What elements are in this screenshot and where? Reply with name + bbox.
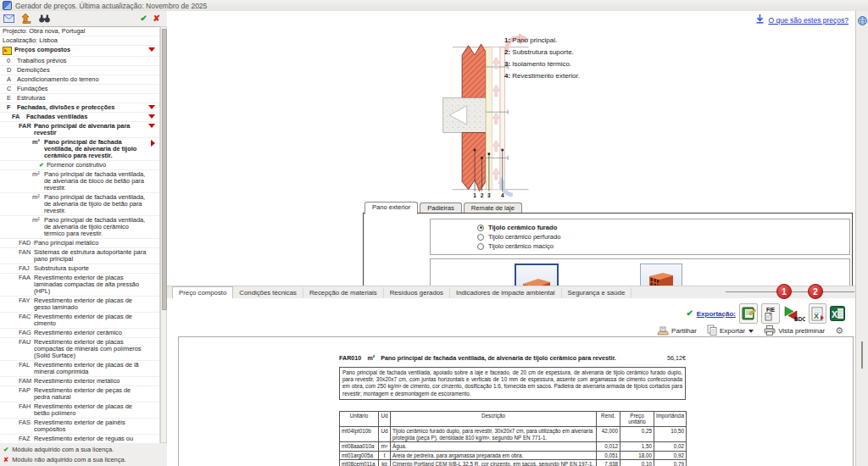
tree-item[interactable]: CFundações: [0, 85, 159, 94]
fie-export-icon[interactable]: FIE: [761, 303, 780, 324]
tree-item[interactable]: FAPRevestimento exterior de peças de ped…: [0, 386, 159, 402]
radio-label: Tijolo cerâmico furado: [488, 224, 557, 231]
app-icon: [3, 1, 12, 10]
collapse-arrow-icon[interactable]: [148, 47, 155, 52]
tree-item[interactable]: AAcondicionamento do terreno: [0, 75, 159, 85]
tree-item[interactable]: FACRevestimento exterior de placas de ci…: [0, 313, 159, 329]
tree-item[interactable]: FAGRevestimento exterior cerâmico: [0, 329, 159, 338]
radio-label: Tijolo cerâmico maciço: [488, 242, 554, 250]
bdc-export-icon[interactable]: BDC: [783, 305, 805, 322]
radio-icon: [477, 243, 484, 250]
tree-item-label: Fachadas ventiladas: [26, 114, 147, 120]
table-column-header: Unitário: [340, 411, 379, 426]
leader-number: 1: [473, 192, 476, 197]
tree-item-label: Pormenor construtivo: [47, 162, 147, 169]
settings-button[interactable]: ⚙: [835, 326, 843, 336]
tree-item[interactable]: EEstruturas: [0, 94, 159, 103]
expand-arrow-icon[interactable]: [151, 140, 155, 147]
tree-item[interactable]: FARPano principal de alvenaria para reve…: [0, 122, 159, 138]
table-cell: mt04lpt010b: [340, 427, 379, 442]
table-cell: kg: [379, 460, 391, 466]
location-row[interactable]: Localização: Lisboa: [0, 36, 159, 46]
tree-item[interactable]: FAHRevestimento exterior de placas de be…: [0, 402, 159, 419]
tree-item[interactable]: FAARevestimento exterior de placas lamin…: [0, 274, 159, 297]
xls-export-icon[interactable]: X: [809, 303, 826, 324]
radio-tijolo-cerâmico-furado[interactable]: Tijolo cerâmico furado: [477, 223, 849, 232]
radio-icon: [477, 234, 484, 241]
table-row: mt08aaa010am³Água.0,0121,500,02: [340, 442, 687, 452]
cancel-icon[interactable]: ✘: [153, 14, 160, 23]
print-preview-button[interactable]: Vista preliminar: [764, 325, 825, 337]
tree-item[interactable]: m²Pano principal de fachada ventilada, d…: [0, 216, 159, 239]
tree-item-label: Preços compostos: [14, 47, 147, 53]
radio-tijolo-cerâmico-maciço[interactable]: Tijolo cerâmico maciço: [477, 241, 849, 251]
tree-item-label: Sistemas de estrutura autoportante para …: [34, 249, 147, 263]
tree-item[interactable]: FAMRevestimento exterior metálico: [0, 377, 159, 386]
sidebar-scrollbar[interactable]: [160, 26, 167, 443]
table-cell: m³: [379, 442, 391, 452]
binoculars-search-icon[interactable]: [38, 14, 50, 25]
tree-item-code: FAP: [19, 387, 34, 394]
table-column-header: Ud: [379, 411, 391, 426]
tree-item[interactable]: m²Pano principal de fachada ventilada, d…: [0, 193, 159, 216]
tree-item[interactable]: FAZRevestimento exterior de réguas ou ri…: [0, 435, 159, 443]
tree-item[interactable]: FALRevestimento exterior de placas de lã…: [0, 361, 159, 377]
brick-image-group: [430, 258, 850, 287]
accept-icon[interactable]: ✔: [140, 14, 147, 23]
drawing-legend-number: 1:: [504, 36, 512, 44]
tab-indicadores-de-impacte-ambiental[interactable]: Indicadores de impacte ambiental: [450, 287, 562, 298]
collapse-arrow-icon[interactable]: [148, 105, 155, 109]
brick-image-perforated[interactable]: [640, 264, 682, 287]
tab-preço-composto[interactable]: Preço composto: [172, 286, 233, 298]
printer-icon: [764, 325, 776, 337]
tree-item-code: FAY: [19, 297, 34, 304]
radio-tijolo-cerâmico-perfurado[interactable]: Tijolo cerâmico perfurado: [477, 232, 849, 241]
table-column-header: Rend.: [597, 411, 620, 426]
tab-resíduos-gerados[interactable]: Resíduos gerados: [384, 287, 450, 298]
export-button[interactable]: Exportar: [707, 325, 754, 337]
tab-recepção-de-materiais[interactable]: Recepção de materiais: [303, 287, 384, 298]
collapse-arrow-icon[interactable]: [148, 124, 155, 128]
price-update-icon[interactable]: [20, 14, 32, 25]
tree-item[interactable]: m²Pano principal de fachada ventilada, d…: [0, 170, 159, 193]
drawing-legend: 1: Pano principal.2: Substrutura suporte…: [504, 36, 580, 84]
tree-item[interactable]: FAURevestimento exterior de placas compa…: [0, 338, 159, 361]
options-tab-body: Tijolo cerâmico furadoTijolo cerâmico pe…: [363, 213, 853, 287]
excel-export-icon[interactable]: X: [830, 305, 845, 322]
tree-item[interactable]: FAFachadas ventiladas: [0, 113, 159, 122]
copy-pages-icon: [707, 325, 717, 337]
location-label: Localização: Lisboa: [3, 37, 147, 44]
tab-segurança-e-saúde[interactable]: Segurança e saúde: [562, 287, 632, 298]
globe-icon[interactable]: [858, 14, 867, 29]
tab-pano-exterior[interactable]: Pano exterior: [364, 202, 418, 214]
tree-item[interactable]: FADPano principal metálico: [0, 239, 159, 248]
tab-condições-técnicas[interactable]: Condições técnicas: [233, 287, 303, 298]
tree-item[interactable]: FAJSubstrutura suporte: [0, 264, 159, 274]
project-row[interactable]: Projecto: Obra nova, Portugal: [0, 27, 159, 36]
download-arrow-icon[interactable]: [756, 14, 764, 25]
svg-text:X: X: [814, 312, 819, 320]
price-detail-panel: Preço compostoCondições técnicasRecepção…: [167, 286, 855, 466]
notebook-export-icon[interactable]: [739, 303, 758, 324]
collapse-arrow-icon[interactable]: [148, 114, 155, 119]
document-scrollbar-thumb[interactable]: [861, 341, 863, 369]
tree-item[interactable]: ✔Pormenor construtivo: [0, 161, 159, 170]
tree-item[interactable]: Preços compostos: [0, 46, 159, 57]
tree-item[interactable]: FASRevestimento exterior de painéis comp…: [0, 419, 159, 435]
tree-item[interactable]: DDemolições: [0, 66, 159, 75]
license-legend: ✔Módulo adquirido com a sua licença.✘Mód…: [0, 444, 167, 466]
table-row: mt04lpt010bUdTijolo cerâmico furado dupl…: [340, 427, 687, 442]
what-are-these-prices-link[interactable]: O que são estes preços?: [768, 16, 849, 25]
svg-text:BDC: BDC: [794, 315, 805, 321]
tree-item-code: FA: [12, 114, 26, 120]
mail-icon[interactable]: [3, 14, 14, 25]
tree-item[interactable]: m²Pano principal de fachada ventilada, d…: [0, 138, 159, 161]
tree-item[interactable]: FAYRevestimento exterior de placas de ge…: [0, 297, 159, 313]
brick-image-hollow[interactable]: [515, 264, 559, 287]
tree-item[interactable]: FFachadas, divisões e protecções: [0, 103, 159, 113]
tree-item[interactable]: FANSistemas de estrutura autoportante pa…: [0, 248, 159, 264]
export-link[interactable]: Exportação:: [697, 310, 736, 318]
item-header: FAR010 m² Pano principal de fachada vent…: [339, 354, 686, 362]
tree-item[interactable]: 0Trabalhos prévios: [0, 57, 159, 66]
share-button[interactable]: Partilhar: [657, 325, 697, 337]
